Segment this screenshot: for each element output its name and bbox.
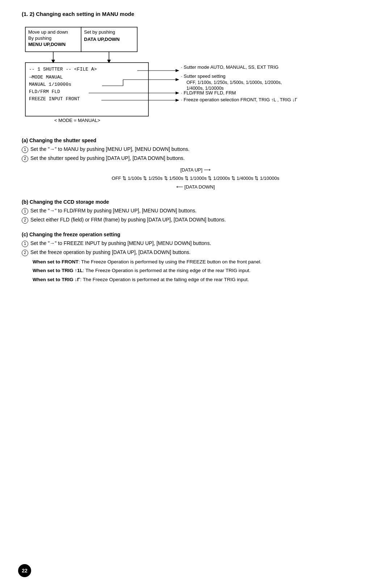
menu-line5: FREEZE INPUT FRONT: [29, 96, 80, 102]
section-b-text-1: Set the "→" to FLD/FRM by pushing [MENU …: [30, 208, 197, 213]
box-right-line1: Set by pushing: [84, 29, 115, 35]
flow-line2: OFF ⇅ 1/100s ⇅ 1/250s ⇅ 1/500s ⇅ 1/1000s…: [22, 174, 369, 182]
svg-marker-12: [176, 78, 179, 81]
section-c-item-2: 2 Set the freeze operation by pushing [D…: [22, 249, 369, 256]
num-circle-2: 2: [22, 156, 28, 162]
svg-marker-14: [176, 92, 179, 94]
section-a-title: (a) Changing the shutter speed: [22, 138, 369, 143]
box-left-line2: By pushing: [28, 35, 51, 41]
section-a-item-2: 2 Set the shutter speed by pushing [DATA…: [22, 155, 369, 162]
section-a-text-2: Set the shutter speed by pushing [DATA U…: [30, 155, 185, 161]
ann-fld-frm: · FLD/FRM SW FLD, FRM: [181, 90, 236, 96]
data-flow: [DATA UP] ⟶ OFF ⇅ 1/100s ⇅ 1/250s ⇅ 1/50…: [22, 166, 369, 191]
sub-items: When set to FRONT: The Freeze Operation …: [22, 258, 369, 283]
num-circle-b1: 1: [22, 208, 28, 215]
section-a: (a) Changing the shutter speed 1 Set the…: [22, 138, 369, 191]
svg-marker-16: [176, 99, 179, 102]
section-a-text-1: Set the "→" to MANU by pushing [MENU UP]…: [30, 146, 189, 152]
section-c-item-1: 1 Set the "→" to FREEZE INPUT by pushing…: [22, 240, 369, 247]
diagram-area: Move up and down By pushing MENU UP,DOWN…: [22, 24, 369, 130]
section-c: (c) Changing the freeze operation settin…: [22, 232, 369, 283]
ann-sutter-speed-line1: OFF, 1/100s, 1/250s, 1/500s, 1/1000s, 1/…: [186, 80, 282, 85]
section-b-item-1: 1 Set the "→" to FLD/FRM by pushing [MEN…: [22, 208, 369, 215]
menu-line4: FLD/FRM FLD: [29, 89, 60, 94]
menu-line3: MANUAL 1/10000s: [29, 82, 71, 87]
ann-freeze: · Freeze operation selection FRONT, TRIG…: [181, 97, 297, 102]
section-b: (b) Changing the CCD storage mode 1 Set …: [22, 199, 369, 224]
menu-line1: -- 1 SHUTTER -- <FILE A>: [29, 67, 97, 72]
svg-marker-8: [176, 69, 179, 72]
sub-item-c-3: When set to TRIG ↓Γ: The Freeze Operatio…: [33, 276, 369, 283]
sub-item-c-2: When set to TRIG ↑1L: The Freeze Operati…: [33, 267, 369, 274]
box-left-line1: Move up and down: [28, 29, 68, 35]
num-circle-c1: 1: [22, 241, 28, 247]
section-b-item-2: 2 Select either FLD (field) or FRM (fram…: [22, 217, 369, 224]
box-right-line2: DATA UP,DOWN: [84, 37, 119, 42]
ann-sutter-speed-title: · Sutter speed setting: [181, 73, 226, 79]
mode-label: < MODE = MANUAL>: [54, 118, 100, 123]
num-circle-c2: 2: [22, 250, 28, 256]
flow-line3: ⟵ [DATA DOWN]: [22, 183, 369, 191]
flow-line1: [DATA UP] ⟶: [22, 166, 369, 174]
section-c-text-2: Set the freeze operation by pushing [DAT…: [30, 249, 191, 255]
num-circle-1: 1: [22, 147, 28, 153]
ann-sutter-mode: · Sutter mode AUTO, MANUAL, SS, EXT TRIG: [181, 64, 278, 70]
sub-item-c-1: When set to FRONT: The Freeze Operation …: [33, 258, 369, 266]
section-c-text-1: Set the "→" to FREEZE INPUT by pushing […: [30, 240, 211, 246]
section-c-title: (c) Changing the freeze operation settin…: [22, 232, 369, 237]
box-left-line3: MENU UP,DOWN: [28, 42, 66, 47]
section-b-text-2: Select either FLD (field) or FRM (frame)…: [30, 217, 226, 223]
section-a-item-1: 1 Set the "→" to MANU by pushing [MENU U…: [22, 146, 369, 153]
num-circle-b2: 2: [22, 217, 28, 224]
page-number: 22: [18, 564, 31, 577]
page-title: (1. 2) Changing each setting in MANU mod…: [22, 11, 369, 17]
menu-line2: →MODE MANUAL: [29, 75, 63, 80]
section-b-title: (b) Changing the CCD storage mode: [22, 199, 369, 205]
